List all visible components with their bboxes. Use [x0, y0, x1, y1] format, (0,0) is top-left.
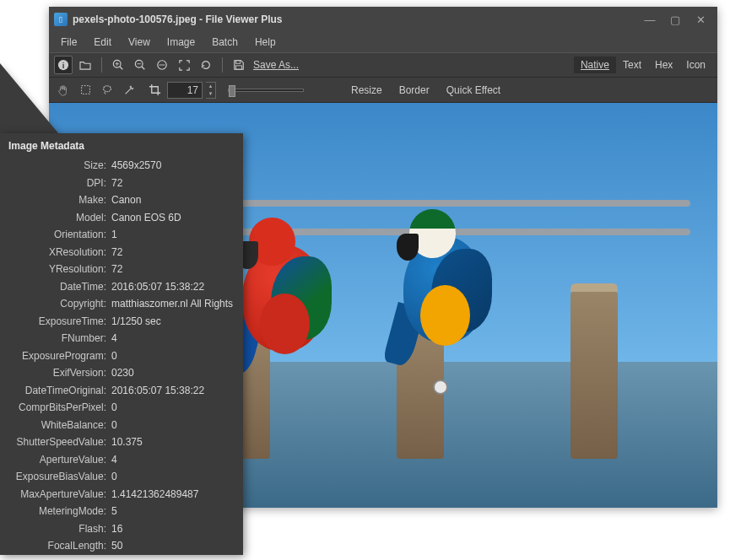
menu-edit[interactable]: Edit: [87, 35, 118, 50]
fullscreen-icon[interactable]: [175, 56, 193, 74]
svg-rect-13: [81, 86, 89, 94]
metadata-value: Canon: [111, 191, 235, 209]
metadata-row: Flash:16: [0, 520, 235, 538]
zoom-in-icon[interactable]: [109, 56, 127, 74]
view-mode-native[interactable]: Native: [574, 57, 616, 73]
view-mode-hex[interactable]: Hex: [648, 57, 679, 73]
view-mode-tabs: Native Text Hex Icon: [574, 57, 712, 73]
metadata-row: DateTimeOriginal:2016:05:07 15:38:22: [0, 382, 235, 400]
quick-effect-button[interactable]: Quick Effect: [440, 83, 507, 98]
border-button[interactable]: Border: [392, 83, 436, 98]
metadata-value: 4569x2570: [111, 157, 235, 175]
metadata-key: ExposureBiasValue:: [0, 468, 111, 486]
spin-down-icon[interactable]: ▼: [206, 90, 215, 98]
svg-line-7: [142, 67, 145, 70]
metadata-key: DPI:: [0, 175, 111, 192]
metadata-key: Copyright:: [0, 295, 111, 313]
view-mode-text[interactable]: Text: [616, 57, 648, 73]
maximize-button[interactable]: ▢: [663, 10, 687, 29]
metadata-row: YResolution:72: [0, 261, 235, 278]
menu-view[interactable]: View: [122, 35, 157, 50]
metadata-row: WhiteBalance:0: [0, 417, 235, 434]
metadata-row: ApertureValue:4: [0, 451, 235, 469]
save-icon[interactable]: [230, 56, 248, 74]
metadata-key: Orientation:: [0, 226, 111, 244]
minimize-button[interactable]: —: [638, 10, 662, 29]
view-mode-icon[interactable]: Icon: [679, 57, 712, 73]
metadata-row: Copyright:matthiaszomer.nl All Rights Re…: [0, 295, 235, 313]
metadata-value: 0: [111, 468, 235, 486]
open-folder-icon[interactable]: [76, 56, 95, 74]
metadata-row: FNumber:4: [0, 330, 235, 347]
metadata-row: ComprBitsPerPixel:0: [0, 399, 235, 417]
menu-batch[interactable]: Batch: [205, 35, 245, 50]
window-title: pexels-photo-100576.jpeg - File Viewer P…: [73, 13, 283, 25]
metadata-value: 0: [111, 417, 235, 434]
zoom-out-icon[interactable]: [131, 56, 149, 74]
metadata-key: MaxApertureValue:: [0, 486, 111, 503]
lasso-tool-icon[interactable]: [98, 81, 116, 100]
metadata-value: 4: [111, 330, 235, 347]
metadata-row: MaxApertureValue:1.41421362489487: [0, 486, 235, 503]
metadata-key: ExposureProgram:: [0, 347, 111, 365]
metadata-key: DateTimeOriginal:: [0, 382, 111, 400]
metadata-key: WhiteBalance:: [0, 417, 111, 434]
menu-help[interactable]: Help: [248, 35, 283, 50]
metadata-value: 72: [111, 175, 235, 192]
metadata-value: 0: [111, 399, 235, 417]
separator: [101, 57, 102, 73]
metadata-row: MeteringMode:5: [0, 503, 235, 520]
metadata-value: 5: [111, 503, 235, 520]
metadata-value: 2016:05:07 15:38:22: [111, 278, 235, 296]
metadata-value: 2016:05:07 15:38:22: [111, 382, 235, 400]
close-button[interactable]: ✕: [689, 10, 712, 29]
metadata-value: matthiaszomer.nl All Rights Res: [111, 295, 235, 313]
metadata-row: ExposureProgram:0: [0, 347, 235, 365]
spin-up-icon[interactable]: ▲: [206, 83, 215, 90]
crop-spinner: ▲ ▼: [206, 82, 216, 99]
metadata-row: DateTime:2016:05:07 15:38:22: [0, 278, 235, 296]
metadata-key: YResolution:: [0, 261, 111, 278]
metadata-value: 50: [111, 537, 235, 555]
marquee-tool-icon[interactable]: [76, 81, 95, 100]
metadata-value: 1.41421362489487: [111, 486, 235, 503]
crop-tool-icon[interactable]: [145, 81, 164, 100]
toolbar-image: ▲ ▼ Resize Border Quick Effect: [49, 78, 717, 103]
metadata-key: FNumber:: [0, 330, 111, 347]
metadata-panel: Image Metadata Size:4569x2570DPI:72Make:…: [0, 133, 243, 555]
metadata-value: Canon EOS 6D: [111, 209, 235, 227]
metadata-key: Make:: [0, 191, 111, 209]
metadata-key: ShutterSpeedValue:: [0, 433, 111, 451]
metadata-value: 0: [111, 347, 235, 365]
resize-button[interactable]: Resize: [344, 83, 389, 98]
zoom-slider[interactable]: [228, 89, 304, 92]
rotate-icon[interactable]: [197, 56, 215, 74]
metadata-row: DPI:72: [0, 175, 235, 192]
metadata-row: SubsecTimeOriginal:96: [0, 555, 235, 556]
metadata-key: ExposureTime:: [0, 313, 111, 331]
toolbar-main: i Save As... Native Text Hex Ico: [49, 52, 717, 78]
metadata-row: ExifVersion:0230: [0, 364, 235, 382]
metadata-key: Size:: [0, 157, 111, 175]
metadata-key: ExifVersion:: [0, 364, 111, 382]
metadata-key: MeteringMode:: [0, 503, 111, 520]
metadata-row: Size:4569x2570: [0, 157, 235, 175]
metadata-key: SubsecTimeOriginal:: [0, 555, 111, 556]
metadata-key: Flash:: [0, 520, 111, 538]
metadata-row: Orientation:1: [0, 226, 235, 244]
wand-tool-icon[interactable]: [120, 81, 138, 100]
metadata-row: ExposureBiasValue:0: [0, 468, 235, 486]
zoom-actual-icon[interactable]: [153, 56, 171, 74]
metadata-value: 0230: [111, 364, 235, 382]
metadata-row: ExposureTime:1/1250 sec: [0, 313, 235, 331]
menu-file[interactable]: File: [54, 35, 84, 50]
saveas-button[interactable]: Save As...: [253, 59, 299, 71]
metadata-row: Model:Canon EOS 6D: [0, 209, 235, 227]
callout-pointer: [0, 63, 63, 139]
metadata-key: FocalLength:: [0, 537, 111, 555]
metadata-value: 1: [111, 226, 235, 244]
menu-image[interactable]: Image: [160, 35, 202, 50]
slider-thumb[interactable]: [229, 85, 235, 97]
separator: [222, 57, 223, 73]
crop-value-input[interactable]: [167, 82, 203, 99]
